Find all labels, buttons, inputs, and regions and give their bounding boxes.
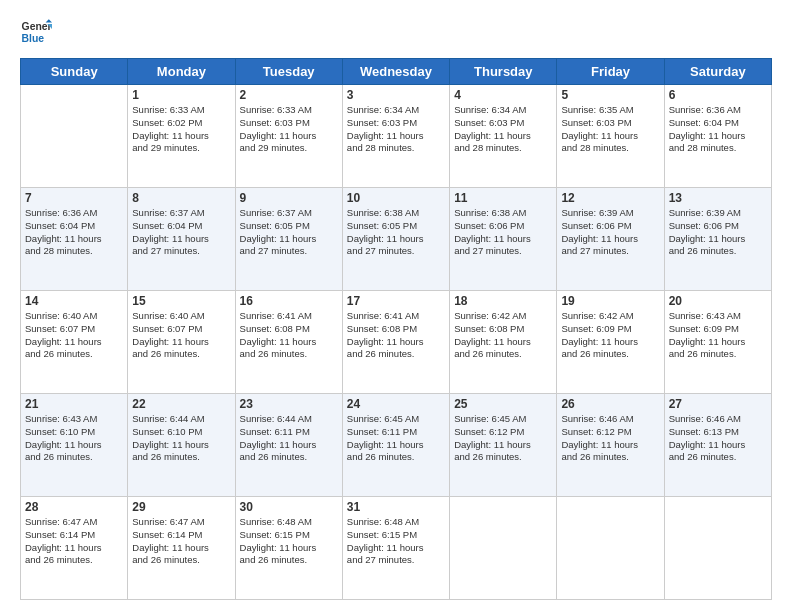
day-number: 23 [240,397,338,411]
calendar-cell: 3Sunrise: 6:34 AM Sunset: 6:03 PM Daylig… [342,85,449,188]
day-number: 22 [132,397,230,411]
calendar-cell: 5Sunrise: 6:35 AM Sunset: 6:03 PM Daylig… [557,85,664,188]
calendar-cell: 2Sunrise: 6:33 AM Sunset: 6:03 PM Daylig… [235,85,342,188]
calendar-cell: 15Sunrise: 6:40 AM Sunset: 6:07 PM Dayli… [128,291,235,394]
calendar-cell: 19Sunrise: 6:42 AM Sunset: 6:09 PM Dayli… [557,291,664,394]
day-info: Sunrise: 6:48 AM Sunset: 6:15 PM Dayligh… [240,516,338,567]
calendar-week-row: 28Sunrise: 6:47 AM Sunset: 6:14 PM Dayli… [21,497,772,600]
day-info: Sunrise: 6:38 AM Sunset: 6:05 PM Dayligh… [347,207,445,258]
day-info: Sunrise: 6:42 AM Sunset: 6:08 PM Dayligh… [454,310,552,361]
day-number: 15 [132,294,230,308]
header: General Blue [20,16,772,48]
day-info: Sunrise: 6:47 AM Sunset: 6:14 PM Dayligh… [25,516,123,567]
day-number: 21 [25,397,123,411]
day-number: 28 [25,500,123,514]
calendar-cell: 11Sunrise: 6:38 AM Sunset: 6:06 PM Dayli… [450,188,557,291]
svg-text:Blue: Blue [22,33,45,44]
calendar-cell: 7Sunrise: 6:36 AM Sunset: 6:04 PM Daylig… [21,188,128,291]
day-info: Sunrise: 6:34 AM Sunset: 6:03 PM Dayligh… [454,104,552,155]
calendar-cell [21,85,128,188]
calendar-cell: 14Sunrise: 6:40 AM Sunset: 6:07 PM Dayli… [21,291,128,394]
calendar-cell [450,497,557,600]
calendar-week-row: 7Sunrise: 6:36 AM Sunset: 6:04 PM Daylig… [21,188,772,291]
day-number: 13 [669,191,767,205]
page: General Blue SundayMondayTuesdayWednesda… [0,0,792,612]
calendar-cell: 28Sunrise: 6:47 AM Sunset: 6:14 PM Dayli… [21,497,128,600]
day-info: Sunrise: 6:41 AM Sunset: 6:08 PM Dayligh… [347,310,445,361]
calendar-cell: 13Sunrise: 6:39 AM Sunset: 6:06 PM Dayli… [664,188,771,291]
day-number: 26 [561,397,659,411]
day-number: 20 [669,294,767,308]
calendar-cell [664,497,771,600]
day-info: Sunrise: 6:43 AM Sunset: 6:09 PM Dayligh… [669,310,767,361]
calendar-header-sunday: Sunday [21,59,128,85]
day-number: 5 [561,88,659,102]
day-info: Sunrise: 6:39 AM Sunset: 6:06 PM Dayligh… [669,207,767,258]
calendar-cell: 25Sunrise: 6:45 AM Sunset: 6:12 PM Dayli… [450,394,557,497]
day-info: Sunrise: 6:33 AM Sunset: 6:03 PM Dayligh… [240,104,338,155]
calendar-cell: 31Sunrise: 6:48 AM Sunset: 6:15 PM Dayli… [342,497,449,600]
calendar-week-row: 14Sunrise: 6:40 AM Sunset: 6:07 PM Dayli… [21,291,772,394]
day-info: Sunrise: 6:45 AM Sunset: 6:11 PM Dayligh… [347,413,445,464]
calendar-header-monday: Monday [128,59,235,85]
calendar-cell: 23Sunrise: 6:44 AM Sunset: 6:11 PM Dayli… [235,394,342,497]
calendar-cell: 29Sunrise: 6:47 AM Sunset: 6:14 PM Dayli… [128,497,235,600]
day-info: Sunrise: 6:44 AM Sunset: 6:11 PM Dayligh… [240,413,338,464]
calendar-cell: 9Sunrise: 6:37 AM Sunset: 6:05 PM Daylig… [235,188,342,291]
day-info: Sunrise: 6:43 AM Sunset: 6:10 PM Dayligh… [25,413,123,464]
logo-icon: General Blue [20,16,52,48]
day-number: 16 [240,294,338,308]
day-info: Sunrise: 6:37 AM Sunset: 6:04 PM Dayligh… [132,207,230,258]
day-number: 1 [132,88,230,102]
calendar-header-tuesday: Tuesday [235,59,342,85]
day-number: 2 [240,88,338,102]
svg-text:General: General [22,21,52,32]
day-info: Sunrise: 6:44 AM Sunset: 6:10 PM Dayligh… [132,413,230,464]
day-number: 30 [240,500,338,514]
day-number: 11 [454,191,552,205]
calendar-cell: 4Sunrise: 6:34 AM Sunset: 6:03 PM Daylig… [450,85,557,188]
day-number: 7 [25,191,123,205]
day-number: 24 [347,397,445,411]
calendar-cell: 22Sunrise: 6:44 AM Sunset: 6:10 PM Dayli… [128,394,235,497]
day-info: Sunrise: 6:40 AM Sunset: 6:07 PM Dayligh… [132,310,230,361]
calendar-cell: 6Sunrise: 6:36 AM Sunset: 6:04 PM Daylig… [664,85,771,188]
day-info: Sunrise: 6:35 AM Sunset: 6:03 PM Dayligh… [561,104,659,155]
day-number: 14 [25,294,123,308]
day-number: 9 [240,191,338,205]
calendar-cell: 12Sunrise: 6:39 AM Sunset: 6:06 PM Dayli… [557,188,664,291]
day-number: 29 [132,500,230,514]
day-info: Sunrise: 6:41 AM Sunset: 6:08 PM Dayligh… [240,310,338,361]
day-info: Sunrise: 6:39 AM Sunset: 6:06 PM Dayligh… [561,207,659,258]
calendar-table: SundayMondayTuesdayWednesdayThursdayFrid… [20,58,772,600]
calendar-week-row: 1Sunrise: 6:33 AM Sunset: 6:02 PM Daylig… [21,85,772,188]
calendar-cell: 18Sunrise: 6:42 AM Sunset: 6:08 PM Dayli… [450,291,557,394]
calendar-header-thursday: Thursday [450,59,557,85]
day-info: Sunrise: 6:38 AM Sunset: 6:06 PM Dayligh… [454,207,552,258]
day-number: 4 [454,88,552,102]
calendar-cell: 1Sunrise: 6:33 AM Sunset: 6:02 PM Daylig… [128,85,235,188]
day-info: Sunrise: 6:37 AM Sunset: 6:05 PM Dayligh… [240,207,338,258]
calendar-cell: 26Sunrise: 6:46 AM Sunset: 6:12 PM Dayli… [557,394,664,497]
logo: General Blue [20,16,52,48]
day-number: 18 [454,294,552,308]
day-info: Sunrise: 6:36 AM Sunset: 6:04 PM Dayligh… [25,207,123,258]
day-number: 10 [347,191,445,205]
day-number: 17 [347,294,445,308]
day-info: Sunrise: 6:46 AM Sunset: 6:12 PM Dayligh… [561,413,659,464]
day-info: Sunrise: 6:47 AM Sunset: 6:14 PM Dayligh… [132,516,230,567]
day-number: 31 [347,500,445,514]
day-info: Sunrise: 6:33 AM Sunset: 6:02 PM Dayligh… [132,104,230,155]
day-info: Sunrise: 6:48 AM Sunset: 6:15 PM Dayligh… [347,516,445,567]
calendar-header-saturday: Saturday [664,59,771,85]
day-info: Sunrise: 6:34 AM Sunset: 6:03 PM Dayligh… [347,104,445,155]
day-number: 8 [132,191,230,205]
day-number: 25 [454,397,552,411]
calendar-cell: 10Sunrise: 6:38 AM Sunset: 6:05 PM Dayli… [342,188,449,291]
calendar-cell: 16Sunrise: 6:41 AM Sunset: 6:08 PM Dayli… [235,291,342,394]
calendar-cell: 30Sunrise: 6:48 AM Sunset: 6:15 PM Dayli… [235,497,342,600]
calendar-cell: 20Sunrise: 6:43 AM Sunset: 6:09 PM Dayli… [664,291,771,394]
day-info: Sunrise: 6:36 AM Sunset: 6:04 PM Dayligh… [669,104,767,155]
calendar-cell: 17Sunrise: 6:41 AM Sunset: 6:08 PM Dayli… [342,291,449,394]
calendar-header-wednesday: Wednesday [342,59,449,85]
